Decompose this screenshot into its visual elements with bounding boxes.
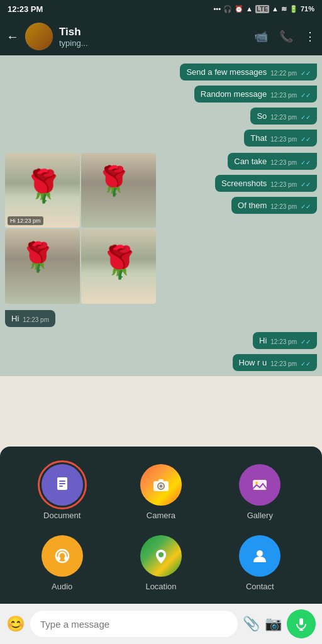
image-label: Hi 12:23 pm (8, 216, 43, 225)
table-row: Of them 12:23 pm ✓✓ (156, 195, 322, 216)
svg-point-14 (257, 550, 263, 557)
camera-label: Camera (147, 511, 175, 520)
svg-point-6 (159, 485, 162, 488)
table-row: Can take 12:23 pm ✓✓ (156, 151, 322, 172)
status-icons: ••• 🎧 ⏰ ▲ LTE ▲ ≋ 🔋 71% (213, 5, 314, 13)
svg-point-13 (158, 552, 164, 557)
location-icon-circle (140, 535, 182, 577)
message-bubble-out: Of them 12:23 pm ✓✓ (231, 197, 317, 214)
contact-info[interactable]: Tish typing... (59, 26, 248, 48)
status-time: 12:23 PM (8, 4, 43, 14)
image-cell[interactable]: 🌹 (81, 229, 156, 304)
attach-document-button[interactable]: Document (42, 464, 83, 520)
location-label: Location (145, 582, 176, 591)
messages-list: Send a few messages 12:22 pm ✓✓ Random m… (0, 55, 322, 376)
rose-image-icon: 🌹 (96, 164, 131, 197)
message-input-bar: 😊 📎 📷 (0, 604, 322, 644)
message-text: Screenshots (221, 179, 267, 188)
table-row: That 12:23 pm ✓✓ (0, 128, 322, 148)
gallery-label: Gallery (247, 511, 273, 520)
side-messages: Can take 12:23 pm ✓✓ Screenshots 12:23 p… (156, 150, 322, 217)
document-label: Document (43, 511, 80, 520)
rose-image-icon: 🌹 (20, 240, 55, 274)
contact-status: typing... (59, 38, 248, 48)
status-bar: 12:23 PM ••• 🎧 ⏰ ▲ LTE ▲ ≋ 🔋 71% (0, 0, 322, 18)
table-row: Hi 12:23 pm ✓✓ (0, 330, 322, 351)
alarm-icon: ⏰ (235, 5, 243, 13)
table-row: Send a few messages 12:22 pm ✓✓ (0, 62, 322, 82)
chat-header: ← Tish typing... 📹 📞 ⋮ (0, 18, 322, 55)
svg-rect-3 (59, 486, 63, 487)
table-row: Where are you 12:23 pm ✓✓ (0, 374, 322, 376)
message-text: Hi (259, 336, 267, 345)
svg-rect-7 (158, 479, 164, 482)
attach-camera-button[interactable]: Camera (140, 464, 182, 520)
message-text: Can take (234, 157, 267, 166)
message-bubble-out: So 12:23 pm ✓✓ (250, 108, 317, 125)
message-bubble-out: Screenshots 12:23 pm ✓✓ (215, 175, 317, 192)
emoji-button[interactable]: 😊 (6, 615, 25, 633)
message-bubble-in: Hi 12:23 pm (5, 310, 55, 327)
image-cell[interactable]: 🌹 (81, 153, 156, 228)
message-bubble-out: Random message 12:23 pm ✓✓ (194, 86, 317, 103)
message-bubble-out: Send a few messages 12:22 pm ✓✓ (180, 64, 317, 80)
attach-audio-button[interactable]: Audio (42, 535, 83, 591)
audio-label: Audio (52, 582, 72, 591)
battery-icon: 🔋 (289, 5, 298, 13)
audio-icon-circle (42, 535, 83, 577)
attach-gallery-button[interactable]: Gallery (239, 464, 280, 520)
gallery-icon-circle (239, 464, 280, 506)
svg-rect-1 (59, 480, 65, 482)
attachment-button[interactable]: 📎 (243, 616, 260, 632)
attachment-grid: Document Camera (13, 464, 309, 591)
table-row: Hi 12:23 pm (0, 308, 322, 329)
chat-area: Send a few messages 12:22 pm ✓✓ Random m… (0, 55, 322, 376)
image-grid[interactable]: 🌹 Hi 12:23 pm 🌹 🌹 🌹 (5, 153, 156, 304)
attachment-sheet: Document Camera (0, 447, 322, 604)
signal-dots: ••• (213, 5, 221, 13)
message-text: How r u (239, 358, 267, 367)
message-bubble-out: Can take 12:23 pm ✓✓ (228, 153, 317, 170)
message-text: That (250, 133, 267, 143)
image-cell[interactable]: 🌹 (5, 229, 80, 304)
svg-point-9 (255, 482, 258, 484)
message-bubble-out: How r u 12:23 pm ✓✓ (233, 354, 318, 371)
svg-rect-15 (299, 618, 303, 625)
more-options-button[interactable]: ⋮ (304, 30, 316, 43)
message-bubble-out: Hi 12:23 pm ✓✓ (253, 332, 317, 349)
camera-icon-circle (140, 464, 182, 506)
document-icon-circle (42, 464, 83, 506)
message-text: Hi (11, 314, 19, 323)
rose-image-icon: 🌹 (100, 244, 139, 280)
attach-contact-button[interactable]: Contact (239, 535, 280, 591)
table-row: How r u 12:23 pm ✓✓ (0, 352, 322, 373)
media-row: 🌹 Hi 12:23 pm 🌹 🌹 🌹 Can take (0, 150, 322, 307)
attach-location-button[interactable]: Location (140, 535, 182, 591)
message-text: Random message (201, 89, 267, 99)
mic-icon (294, 617, 308, 631)
table-row: So 12:23 pm ✓✓ (0, 106, 322, 126)
message-text: Send a few messages (186, 67, 267, 77)
contact-label: Contact (246, 582, 274, 591)
camera-capture-button[interactable]: 📷 (265, 616, 282, 632)
back-button[interactable]: ← (6, 30, 19, 44)
video-call-button[interactable]: 📹 (254, 30, 268, 43)
voice-call-button[interactable]: 📞 (279, 30, 293, 43)
wifi-icon: ≋ (281, 5, 287, 13)
table-row: Random message 12:23 pm ✓✓ (0, 84, 322, 104)
message-text: So (257, 111, 267, 121)
table-row: Screenshots 12:23 pm ✓✓ (156, 173, 322, 194)
contact-icon-circle (239, 535, 280, 577)
contact-name: Tish (59, 26, 248, 38)
battery-pct: 71% (301, 5, 314, 13)
headphone-icon: 🎧 (223, 5, 232, 13)
svg-rect-2 (59, 483, 65, 484)
signal-icon: ▲ (246, 5, 253, 13)
image-cell[interactable]: 🌹 Hi 12:23 pm (5, 153, 80, 228)
contact-avatar[interactable] (25, 23, 53, 50)
message-input[interactable] (30, 611, 238, 637)
voice-message-button[interactable] (287, 609, 316, 638)
message-bubble-out: That 12:23 pm ✓✓ (244, 130, 317, 147)
message-text: Of them (238, 201, 267, 210)
lte-icon: LTE (255, 5, 269, 13)
